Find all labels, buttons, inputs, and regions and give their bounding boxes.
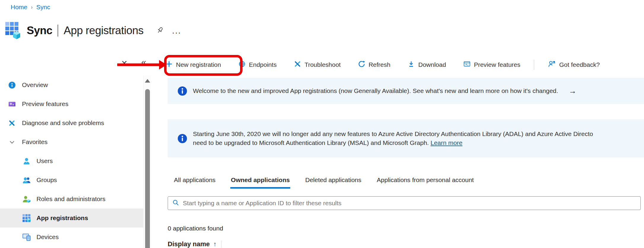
sidebar-item-label: Users [37,157,53,165]
sidebar-item-app-registrations[interactable]: App registrations [0,208,143,228]
devices-icon [23,233,31,241]
troubleshoot-label: Troubleshoot [304,61,341,68]
troubleshoot-button[interactable]: Troubleshoot [293,60,342,69]
diagnose-icon [8,119,15,127]
got-feedback-button[interactable]: Got feedback? [547,60,601,69]
sidebar-item-groups[interactable]: Groups [0,170,143,189]
breadcrumb: Home › Sync [11,4,50,11]
pin-icon [156,31,164,35]
sidebar-item-label: Roles and administrators [37,195,105,203]
download-label: Download [418,61,446,68]
info-icon [8,81,15,89]
download-button[interactable]: Download [406,60,447,69]
download-icon [407,60,415,69]
adal-deprecation-banner: Starting June 30th, 2020 we will no long… [168,119,644,157]
filter-search-input[interactable] [183,200,640,207]
app-registrations-icon [5,22,20,39]
sidebar-item-devices[interactable]: Devices [0,228,143,247]
preview-features-icon [8,100,15,108]
sidebar-item-diagnose[interactable]: Diagnose and solve problems [0,113,143,132]
groups-icon [23,176,31,184]
pin-button[interactable] [156,26,164,35]
page-title-secondary: App registrations [64,24,143,37]
page-title: SyncApp registrations [27,24,144,37]
refresh-button[interactable]: Refresh [357,60,392,69]
sidebar-group-favorites[interactable]: Favorites [0,132,143,151]
chevron-down-icon [8,138,15,146]
adal-banner-line1: Starting June 30th, 2020 we will no long… [193,130,593,137]
sidebar-item-label: Diagnose and solve problems [22,119,104,127]
learn-more-link[interactable]: Learn more [431,139,462,146]
command-bar: New registration Endpoints Troubleshoot [164,57,601,72]
adal-banner-text: Starting June 30th, 2020 we will no long… [193,129,593,147]
breadcrumb-separator-icon: › [31,4,33,10]
got-feedback-label: Got feedback? [559,61,600,68]
preview-window-icon [463,60,471,69]
welcome-banner-text: Welcome to the new and improved App regi… [193,87,558,94]
refresh-icon [358,60,365,69]
roles-icon [23,195,31,203]
sidebar-menu: Overview Preview features [0,75,143,248]
collapse-double-chevron-icon[interactable]: « [141,57,146,67]
main-content: Welcome to the new and improved App regi… [168,75,644,248]
display-name-label: Display name [168,240,210,248]
filter-search-box[interactable] [168,196,641,210]
sidebar-item-roles[interactable]: Roles and administrators [0,189,143,208]
sidebar-item-users[interactable]: Users [0,151,143,170]
breadcrumb-home-link[interactable]: Home [11,4,27,11]
sidebar-scrollbar[interactable] [143,75,151,248]
tab-owned-applications[interactable]: Owned applications [230,176,290,189]
info-icon [178,134,187,143]
more-options-button[interactable]: ... [172,29,181,32]
preview-features-label: Preview features [474,61,520,68]
info-icon [178,86,187,96]
feedback-person-icon [548,60,556,69]
sidebar-item-label: App registrations [37,214,88,222]
tab-deleted-applications[interactable]: Deleted applications [304,176,362,189]
sidebar-item-label: Preview features [22,100,68,108]
banner-arrow-icon[interactable]: → [569,86,577,96]
azure-app-registrations-screen: Home › Sync SyncApp registrations [0,0,644,248]
refresh-label: Refresh [369,61,391,68]
sidebar-item-label: Groups [37,176,57,184]
sidebar-item-label: Devices [37,233,59,241]
breadcrumb-sync-link[interactable]: Sync [36,4,50,11]
applications-tabs: All applications Owned applications Dele… [168,176,644,189]
close-icon[interactable]: ✕ [121,59,128,68]
users-icon [23,157,31,165]
welcome-banner: Welcome to the new and improved App regi… [168,78,644,104]
sidebar-item-label: Overview [22,81,48,89]
search-icon [172,199,179,207]
page-title-primary: Sync [27,24,52,37]
globe-icon [238,60,246,69]
title-separator [58,25,58,37]
app-registrations-icon [23,214,31,222]
new-registration-label: New registration [176,61,221,68]
column-header-display-name[interactable]: Display name ↑ [168,240,644,248]
plus-icon [165,60,173,69]
toolbar-divider [534,60,534,70]
scrollbar-thumb[interactable] [145,89,150,248]
new-registration-button[interactable]: New registration [164,60,222,69]
sidebar-item-preview-features[interactable]: Preview features [0,94,143,113]
endpoints-label: Endpoints [249,61,277,68]
tab-applications-personal-account[interactable]: Applications from personal account [376,176,475,189]
sidebar-item-overview[interactable]: Overview [0,75,143,94]
adal-banner-line2: need to be upgraded to Microsoft Authent… [193,139,431,146]
scrollbar-up-arrow-icon[interactable] [145,79,150,83]
tab-all-applications[interactable]: All applications [173,176,216,189]
applications-count: 0 applications found [168,225,644,232]
column-divider [221,241,221,248]
sort-ascending-icon[interactable]: ↑ [213,241,217,248]
preview-features-button[interactable]: Preview features [462,60,521,69]
tools-icon [294,60,301,69]
sidebar-group-label: Favorites [22,138,47,146]
endpoints-button[interactable]: Endpoints [237,60,278,69]
page-header: SyncApp registrations ... [5,22,181,39]
